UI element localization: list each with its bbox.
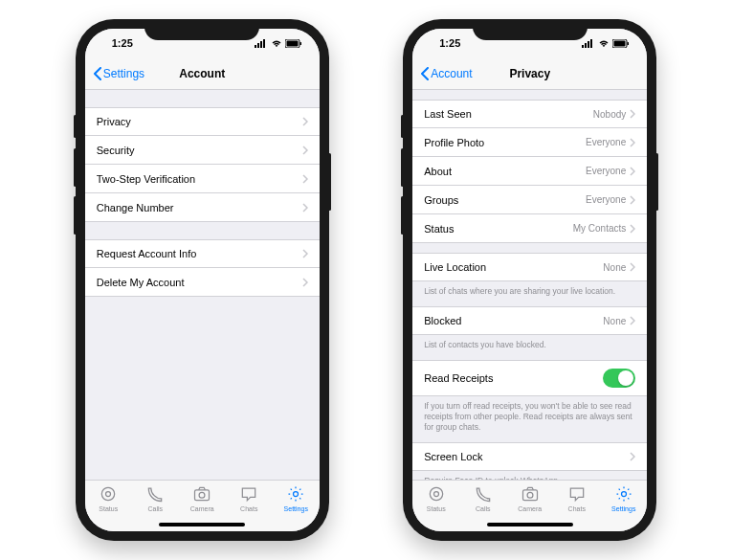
chevron-right-icon (302, 117, 308, 126)
tab-camera[interactable]: Camera (506, 484, 553, 512)
chevron-left-icon (420, 67, 430, 80)
blocked-group: Blocked None (412, 306, 647, 335)
tab-label: Camera (518, 505, 542, 512)
row-value: Everyone (586, 166, 626, 176)
tab-label: Status (427, 505, 446, 512)
notch (473, 19, 588, 40)
svg-rect-5 (286, 40, 298, 46)
account-row[interactable]: Two-Step Verification (85, 165, 320, 193)
home-indicator[interactable] (159, 523, 245, 526)
svg-point-22 (527, 492, 533, 498)
account-group-1: Privacy Security Two-Step Verification C… (85, 107, 320, 222)
privacy-row[interactable]: Status My Contacts (412, 214, 647, 243)
tab-settings[interactable]: Settings (273, 484, 320, 512)
account-row[interactable]: Security (85, 136, 320, 165)
tab-status[interactable]: Status (412, 484, 459, 512)
camera-icon (192, 484, 211, 504)
svg-rect-12 (582, 45, 584, 48)
screen-lock-row[interactable]: Screen Lock (412, 442, 647, 471)
calls-icon (145, 484, 165, 504)
chevron-right-icon (302, 146, 308, 155)
row-label: Read Receipts (424, 372, 493, 384)
settings-icon (614, 484, 633, 504)
tab-camera[interactable]: Camera (179, 484, 226, 512)
account-row[interactable]: Change Number (85, 193, 320, 222)
blocked-note: List of contacts you have blocked. (412, 335, 647, 350)
account-row[interactable]: Request Account Info (85, 239, 320, 268)
chevron-right-icon (630, 195, 635, 205)
page-title: Privacy (509, 67, 550, 80)
privacy-visibility-group: Last Seen Nobody Profile Photo Everyone … (412, 100, 647, 243)
chats-icon (239, 484, 258, 504)
chevron-right-icon (302, 278, 308, 287)
tab-label: Camera (190, 505, 214, 512)
tab-calls[interactable]: Calls (132, 484, 179, 512)
tab-label: Calls (147, 505, 163, 512)
row-label: Groups (424, 194, 458, 206)
side-button (401, 115, 404, 138)
account-row[interactable]: Privacy (85, 107, 320, 136)
phone-mockup-privacy: 1:25 Account Privacy Last Seen Nobody Pr… (403, 19, 656, 541)
back-button[interactable]: Settings (93, 67, 144, 80)
screen-lock-group: Screen Lock (412, 442, 647, 471)
status-time: 1:25 (112, 37, 133, 49)
content-area: Last Seen Nobody Profile Photo Everyone … (412, 90, 647, 480)
svg-rect-15 (590, 39, 592, 48)
svg-rect-9 (195, 490, 210, 501)
account-row[interactable]: Delete My Account (85, 268, 320, 297)
tab-label: Settings (284, 505, 308, 512)
account-group-2: Request Account Info Delete My Account (85, 239, 320, 297)
svg-point-19 (430, 487, 442, 500)
svg-rect-17 (614, 40, 626, 46)
privacy-row[interactable]: Last Seen Nobody (412, 100, 647, 128)
status-time: 1:25 (439, 37, 460, 49)
svg-point-8 (106, 492, 111, 497)
battery-icon (285, 39, 302, 48)
battery-icon (612, 39, 630, 48)
privacy-row[interactable]: Profile Photo Everyone (412, 128, 647, 157)
svg-point-11 (294, 492, 299, 497)
tab-status[interactable]: Status (85, 484, 132, 512)
row-value: Everyone (586, 194, 626, 205)
privacy-row[interactable]: About Everyone (412, 157, 647, 186)
row-label: Last Seen (424, 108, 472, 120)
row-value: None (603, 316, 626, 326)
side-button (74, 196, 77, 235)
svg-rect-13 (585, 43, 587, 48)
row-label: Profile Photo (424, 137, 484, 148)
camera-icon (521, 484, 540, 504)
screen-lock-note: Require Face ID to unlock WhatsApp. (412, 471, 647, 480)
blocked-row[interactable]: Blocked None (412, 306, 647, 335)
row-label: Privacy (97, 116, 131, 127)
row-label: About (424, 166, 452, 177)
tab-chats[interactable]: Chats (553, 484, 600, 512)
svg-rect-0 (255, 45, 256, 48)
read-receipts-toggle[interactable] (603, 369, 635, 388)
home-indicator[interactable] (487, 523, 573, 526)
chevron-right-icon (302, 249, 308, 258)
row-label: Security (97, 145, 135, 156)
back-button[interactable]: Account (420, 67, 472, 80)
privacy-row[interactable]: Groups Everyone (412, 186, 647, 214)
row-value: None (603, 262, 626, 273)
side-button (401, 148, 404, 187)
live-location-row[interactable]: Live Location None (412, 253, 647, 281)
signal-icon (255, 38, 268, 48)
tab-label: Calls (476, 505, 491, 512)
live-location-group: Live Location None (412, 253, 647, 281)
svg-rect-3 (263, 39, 265, 48)
content-area: Privacy Security Two-Step Verification C… (85, 90, 320, 480)
side-button (74, 115, 77, 138)
wifi-icon (271, 39, 282, 48)
svg-point-20 (433, 492, 438, 497)
status-icon (427, 484, 446, 504)
chevron-right-icon (630, 224, 635, 234)
read-receipts-note: If you turn off read receipts, you won't… (412, 396, 647, 433)
page-title: Account (179, 67, 225, 80)
svg-point-10 (199, 492, 205, 498)
svg-rect-18 (628, 42, 630, 45)
row-label: Blocked (424, 315, 461, 326)
tab-chats[interactable]: Chats (226, 484, 273, 512)
tab-settings[interactable]: Settings (600, 484, 647, 512)
tab-calls[interactable]: Calls (459, 484, 506, 512)
